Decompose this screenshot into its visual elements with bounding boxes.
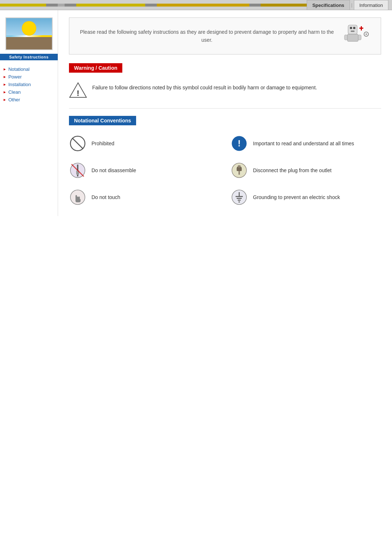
- prohibited-label: Prohibited: [91, 141, 114, 146]
- svg-rect-5: [344, 35, 347, 40]
- no-disassemble-icon: [69, 162, 86, 179]
- main-content: Please read the following safety instruc…: [58, 10, 392, 216]
- warning-header: Warning / Caution: [69, 63, 122, 73]
- arrow-icon-other: ►: [3, 98, 7, 102]
- nav-tabs: Specifications | Information: [307, 0, 388, 10]
- important-label: Important to read and understand at all …: [253, 141, 354, 146]
- sidebar-item-installation[interactable]: ► Installation: [3, 81, 58, 88]
- important-icon: !: [230, 135, 248, 152]
- sidebar: Safety Instructions ► Notational ► Power…: [0, 10, 58, 216]
- svg-rect-2: [353, 27, 355, 29]
- svg-rect-4: [347, 34, 358, 41]
- sidebar-logo: [5, 17, 53, 50]
- nav-separator: |: [350, 2, 354, 8]
- notational-item-no-touch: Do not touch: [69, 186, 220, 209]
- tab-specifications[interactable]: Specifications: [307, 0, 350, 10]
- sidebar-label-clean: Clean: [8, 89, 21, 95]
- svg-point-28: [232, 163, 246, 178]
- sidebar-item-clean[interactable]: ► Clean: [3, 88, 58, 96]
- no-touch-icon: [69, 189, 86, 206]
- warning-text: Failure to follow directions noted by th…: [92, 81, 317, 92]
- sidebar-label-power: Power: [8, 74, 22, 80]
- triangle-svg: !: [69, 81, 87, 100]
- grounding-label: Grounding to prevent an electric shock: [253, 194, 340, 200]
- sidebar-label-other: Other: [8, 97, 20, 102]
- sidebar-logo-label: Safety Instructions: [0, 54, 58, 60]
- main-layout: Safety Instructions ► Notational ► Power…: [0, 10, 392, 216]
- svg-line-14: [72, 138, 83, 149]
- disconnect-plug-icon: [230, 162, 248, 179]
- svg-rect-0: [348, 25, 357, 34]
- no-disassemble-label: Do not disassemble: [91, 167, 136, 173]
- svg-point-10: [366, 33, 367, 35]
- notational-item-grounding: Grounding to prevent an electric shock: [230, 186, 381, 209]
- top-nav-bar: Specifications | Information: [0, 0, 392, 10]
- intro-text: Please read the following safety instruc…: [77, 28, 337, 44]
- arrow-icon-installation: ►: [3, 82, 7, 86]
- grounding-icon: [230, 189, 248, 206]
- intro-box: Please read the following safety instruc…: [69, 17, 381, 54]
- svg-text:!: !: [238, 138, 241, 148]
- notational-item-no-disassemble: Do not disassemble: [69, 159, 220, 182]
- svg-text:!: !: [77, 89, 79, 98]
- sidebar-label-installation: Installation: [8, 82, 31, 87]
- logo-ground: [6, 37, 52, 49]
- svg-rect-6: [358, 35, 361, 40]
- no-touch-label: Do not touch: [91, 194, 120, 200]
- svg-rect-8: [359, 28, 363, 29]
- nav-decoration: [0, 0, 307, 10]
- notational-item-disconnect-plug: Disconnect the plug from the outlet: [230, 159, 381, 182]
- svg-rect-3: [351, 31, 355, 32]
- sidebar-item-other[interactable]: ► Other: [3, 96, 58, 104]
- notational-grid: Prohibited ! Important to read and under…: [69, 132, 381, 209]
- sidebar-item-notational[interactable]: ► Notational: [3, 65, 58, 73]
- notational-header: Notational Conventions: [69, 116, 136, 125]
- notational-item-prohibited: Prohibited: [69, 132, 220, 155]
- notational-item-important: ! Important to read and understand at al…: [230, 132, 381, 155]
- logo-sun: [22, 21, 36, 36]
- arrow-icon-notational: ►: [3, 67, 7, 71]
- svg-rect-1: [350, 27, 352, 29]
- sidebar-navigation: ► Notational ► Power ► Installation ► Cl…: [0, 65, 58, 104]
- robot-illustration: [341, 23, 372, 47]
- arrow-icon-clean: ►: [3, 90, 7, 94]
- sidebar-label-notational: Notational: [8, 66, 30, 72]
- tab-information[interactable]: Information: [354, 0, 388, 10]
- svg-rect-20: [77, 175, 78, 177]
- warning-triangle-icon: !: [69, 81, 87, 101]
- logo-image: [6, 18, 52, 49]
- arrow-icon-power: ►: [3, 75, 7, 79]
- warning-content: ! Failure to follow directions noted by …: [69, 78, 381, 109]
- prohibited-icon: [69, 135, 86, 152]
- disconnect-plug-label: Disconnect the plug from the outlet: [253, 167, 331, 173]
- intro-image: [341, 23, 373, 49]
- sidebar-item-power[interactable]: ► Power: [3, 73, 58, 81]
